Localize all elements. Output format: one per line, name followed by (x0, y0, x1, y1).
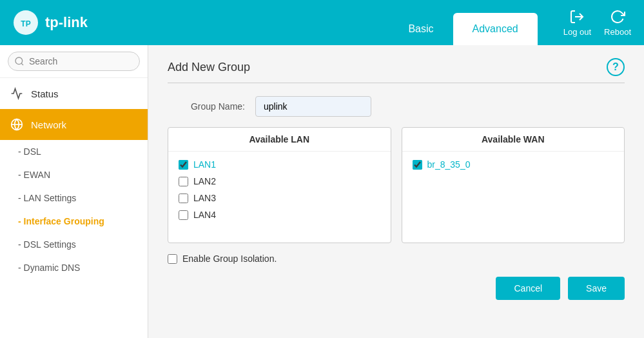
reboot-icon (610, 9, 625, 25)
action-row: Cancel Save (168, 277, 625, 300)
layout: Status Network - DSL - EWAN - LAN Settin… (0, 45, 644, 338)
wan1-checkbox[interactable] (413, 160, 422, 170)
search-icon (14, 56, 24, 66)
lan3-row: LAN3 (179, 193, 380, 203)
help-button[interactable]: ? (607, 58, 625, 76)
header-actions: Log out Reboot (563, 9, 631, 37)
page-title-row: Add New Group ? (168, 58, 625, 83)
sidebar: Status Network - DSL - EWAN - LAN Settin… (0, 45, 148, 338)
tab-advanced[interactable]: Advanced (453, 13, 538, 45)
sidebar-sub-interface-grouping[interactable]: - Interface Grouping (0, 210, 148, 233)
reboot-label: Reboot (604, 27, 631, 37)
lan2-row: LAN2 (179, 176, 380, 186)
lan4-label[interactable]: LAN4 (193, 210, 216, 220)
sidebar-item-status-label: Status (31, 88, 59, 99)
header: TP tp-link Basic Advanced Log out Reboot (0, 0, 644, 45)
cancel-button[interactable]: Cancel (496, 277, 560, 300)
lan-box-header: Available LAN (168, 128, 391, 152)
available-wan-box: Available WAN br_8_35_0 (402, 127, 625, 243)
isolation-checkbox[interactable] (168, 254, 177, 264)
available-lan-box: Available LAN LAN1 LAN2 LAN3 (168, 127, 391, 243)
sidebar-sub-lan-settings[interactable]: - LAN Settings (0, 186, 148, 210)
tplink-logo-icon: TP (13, 10, 39, 35)
tab-basic[interactable]: Basic (389, 13, 453, 45)
main-content: Add New Group ? Group Name: Available LA… (148, 45, 644, 338)
brand-name: tp-link (45, 14, 88, 31)
wan-box-header: Available WAN (402, 128, 625, 152)
logo: TP tp-link (13, 10, 88, 35)
search-box (0, 45, 148, 78)
lan1-row: LAN1 (179, 159, 380, 170)
status-icon (10, 87, 23, 100)
svg-line-4 (21, 63, 23, 65)
sidebar-item-network[interactable]: Network (0, 109, 148, 140)
search-input[interactable] (8, 52, 140, 71)
lan1-label[interactable]: LAN1 (193, 159, 216, 170)
svg-text:TP: TP (21, 19, 30, 28)
logout-button[interactable]: Log out (563, 9, 591, 37)
wan-box-body: br_8_35_0 (402, 152, 625, 184)
group-name-input[interactable] (255, 96, 371, 117)
lan3-label[interactable]: LAN3 (193, 193, 216, 203)
lan3-checkbox[interactable] (179, 194, 188, 203)
isolation-label[interactable]: Enable Group Isolation. (182, 254, 277, 264)
search-wrap (8, 52, 140, 71)
lan2-checkbox[interactable] (179, 177, 188, 186)
svg-point-3 (15, 57, 23, 65)
nav-tabs: Basic Advanced (389, 0, 537, 45)
network-icon (10, 118, 23, 131)
wan1-row: br_8_35_0 (413, 159, 614, 170)
sidebar-sub-ewan[interactable]: - EWAN (0, 163, 148, 186)
sidebar-sub-dsl-settings[interactable]: - DSL Settings (0, 233, 148, 256)
lan-wan-row: Available LAN LAN1 LAN2 LAN3 (168, 127, 625, 243)
logout-icon (569, 9, 585, 25)
sidebar-sub-dynamic-dns[interactable]: - Dynamic DNS (0, 256, 148, 279)
lan4-checkbox[interactable] (179, 210, 188, 220)
lan2-label[interactable]: LAN2 (193, 176, 216, 186)
sidebar-item-status[interactable]: Status (0, 78, 148, 109)
isolation-row: Enable Group Isolation. (168, 254, 625, 264)
logout-label: Log out (563, 27, 591, 37)
wan1-label[interactable]: br_8_35_0 (427, 159, 471, 170)
reboot-button[interactable]: Reboot (604, 9, 631, 37)
lan4-row: LAN4 (179, 210, 380, 220)
sidebar-sub-dsl[interactable]: - DSL (0, 140, 148, 163)
lan1-checkbox[interactable] (179, 160, 188, 170)
sidebar-item-network-label: Network (31, 119, 66, 130)
page-title: Add New Group (168, 61, 250, 74)
save-button[interactable]: Save (568, 277, 625, 300)
lan-box-body: LAN1 LAN2 LAN3 LAN4 (168, 152, 391, 234)
group-name-row: Group Name: (168, 96, 625, 117)
group-name-label: Group Name: (168, 101, 245, 112)
